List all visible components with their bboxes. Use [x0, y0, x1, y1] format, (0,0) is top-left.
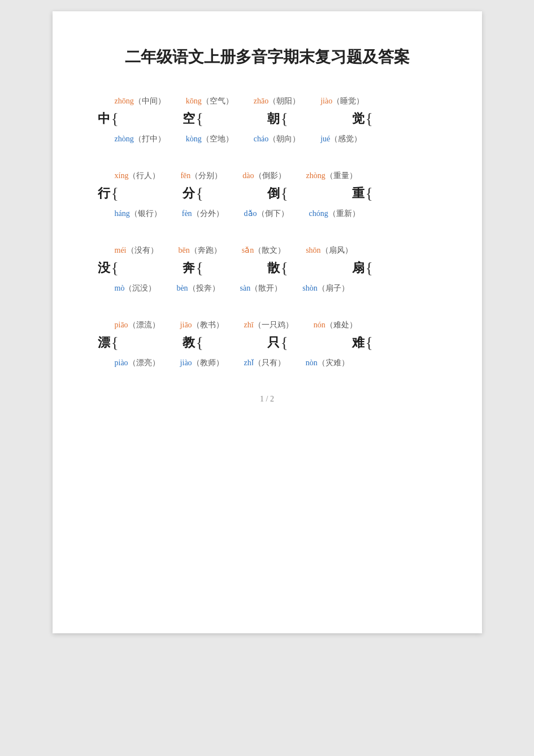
brace-icon: { [366, 335, 373, 351]
paren-top: （重量） [325, 171, 357, 180]
pinyin-bottom: nòn [306, 358, 318, 367]
char-main: 倒 [267, 185, 280, 202]
reading-item-top-0-0: zhōng（中间） [115, 92, 166, 110]
pinyin-top: fēn [180, 171, 190, 180]
chars-row-4: 漂{教{只{难{ [98, 334, 437, 351]
char-block-1-2: 倒{ [267, 185, 352, 202]
reading-row-top-2: xíng（行人）fēn（分别）dào（倒影）zhòng（重量） [98, 166, 437, 185]
reading-item-top-2-1: bēn（奔跑） [179, 241, 222, 260]
paren-bottom: （打中） [134, 135, 166, 143]
brace-icon: { [196, 111, 203, 127]
pinyin-top: kōng [186, 97, 202, 105]
reading-row-top-4: piāo（漂流）jiāo（教书）zhī（一只鸡）nón（难处） [98, 316, 437, 334]
char-main: 觉 [352, 110, 364, 127]
brace-icon: { [196, 260, 203, 276]
pinyin-bottom: zhǐ [244, 358, 254, 367]
paren-bottom: （只有） [254, 358, 285, 367]
paren-top: （行人） [128, 171, 160, 180]
paren-top: （扇风） [321, 246, 353, 254]
reading-item-top-0-3: jiào（睡觉） [320, 92, 364, 110]
reading-item-bottom-1-2: dǎo（倒下） [244, 204, 289, 223]
reading-item-top-0-1: kōng（空气） [186, 92, 233, 110]
char-block-2-0: 没{ [98, 260, 183, 277]
paren-bottom: （空地） [202, 135, 233, 143]
pinyin-top: bēn [179, 246, 190, 254]
paren-bottom: （重新） [328, 209, 360, 218]
paren-bottom: （感觉） [330, 135, 362, 143]
paren-top: （没有） [127, 246, 158, 254]
reading-item-bottom-1-3: chóng（重新） [309, 204, 360, 223]
chars-row-1: 中{空{朝{觉{ [98, 110, 437, 127]
paren-bottom: （分外） [192, 209, 224, 218]
char-main: 散 [267, 260, 280, 277]
pinyin-bottom: piào [115, 358, 128, 367]
brace-icon: { [281, 335, 288, 351]
chars-row-2: 行{分{倒{重{ [98, 185, 437, 202]
reading-row-bottom-1: zhòng（打中）kòng（空地）cháo（朝向）jué（感觉） [98, 129, 437, 148]
pinyin-bottom: bèn [176, 284, 188, 292]
brace-icon: { [111, 185, 119, 201]
pinyin-top: nón [314, 321, 325, 329]
brace-icon: { [111, 111, 119, 127]
char-block-0-0: 中{ [98, 110, 183, 127]
pinyin-bottom: dǎo [244, 209, 257, 218]
char-main: 奔 [183, 260, 195, 277]
paren-bottom: （灾难） [318, 358, 349, 367]
reading-item-bottom-2-3: shòn（扇子） [302, 279, 349, 297]
brace-icon: { [281, 185, 288, 201]
reading-item-bottom-0-0: zhòng（打中） [115, 129, 166, 148]
char-block-2-2: 散{ [267, 260, 352, 277]
reading-item-bottom-3-1: jiào（教师） [180, 353, 224, 372]
page-title: 二年级语文上册多音字期末复习题及答案 [98, 45, 437, 69]
char-main: 行 [98, 185, 110, 202]
reading-row-bottom-4: piào（漂亮）jiào（教师）zhǐ（只有）nòn（灾难） [98, 353, 437, 372]
pinyin-top: xíng [115, 171, 129, 180]
pinyin-bottom: zhòng [115, 135, 134, 143]
paren-bottom: （朝向） [268, 135, 300, 143]
paren-top: （教书） [192, 321, 224, 329]
pinyin-top: méi [115, 246, 127, 254]
paren-top: （分别） [190, 171, 222, 180]
char-main: 难 [352, 334, 364, 351]
reading-item-top-3-1: jiāo（教书） [180, 316, 224, 334]
paren-top: （散文） [254, 246, 285, 254]
page: 二年级语文上册多音字期末复习题及答案 zhōng（中间）kōng（空气）zhāo… [53, 11, 482, 633]
reading-row-top-1: zhōng（中间）kōng（空气）zhāo（朝阳）jiào（睡觉） [98, 92, 437, 110]
brace-icon: { [196, 335, 203, 351]
reading-row-bottom-3: mò（沉没）bèn（投奔）sàn（散开）shòn（扇子） [98, 279, 437, 297]
pinyin-bottom: sàn [240, 284, 251, 292]
brace-icon: { [281, 111, 288, 127]
reading-item-top-2-0: méi（没有） [115, 241, 158, 260]
char-main: 只 [267, 334, 280, 351]
paren-top: （奔跑） [190, 246, 222, 254]
reading-item-bottom-0-2: cháo（朝向） [254, 129, 300, 148]
pinyin-top: jiāo [180, 321, 192, 329]
paren-top: （睡觉） [332, 97, 364, 105]
paren-bottom: （沉没） [124, 284, 156, 292]
reading-item-bottom-1-0: háng（银行） [115, 204, 162, 223]
paren-bottom: （散开） [250, 284, 282, 292]
page-footer: 1 / 2 [98, 395, 437, 404]
paren-bottom: （扇子） [318, 284, 349, 292]
char-block-2-1: 奔{ [183, 260, 267, 277]
pinyin-bottom: mò [115, 284, 125, 292]
char-main: 朝 [267, 110, 280, 127]
reading-item-top-0-2: zhāo（朝阳） [254, 92, 300, 110]
reading-item-bottom-2-0: mò（沉没） [115, 279, 157, 297]
pinyin-bottom: jué [320, 135, 330, 143]
pinyin-bottom: shòn [302, 284, 317, 292]
reading-item-top-1-2: dào（倒影） [242, 166, 285, 185]
char-main: 分 [183, 185, 195, 202]
char-main: 扇 [352, 260, 364, 277]
brace-icon: { [281, 260, 288, 276]
char-main: 漂 [98, 334, 110, 351]
paren-bottom: （倒下） [257, 209, 289, 218]
char-block-0-3: 觉{ [352, 110, 437, 127]
reading-item-bottom-2-2: sàn（散开） [240, 279, 283, 297]
reading-item-bottom-3-0: piào（漂亮） [115, 353, 160, 372]
pinyin-top: jiào [320, 97, 332, 105]
paren-top: （漂流） [128, 321, 160, 329]
pinyin-top: shōn [306, 246, 320, 254]
pinyin-bottom: kòng [186, 135, 202, 143]
character-group-3: méi（没有）bēn（奔跑）sǎn（散文）shōn（扇风）没{奔{散{扇{mò（… [98, 241, 437, 297]
